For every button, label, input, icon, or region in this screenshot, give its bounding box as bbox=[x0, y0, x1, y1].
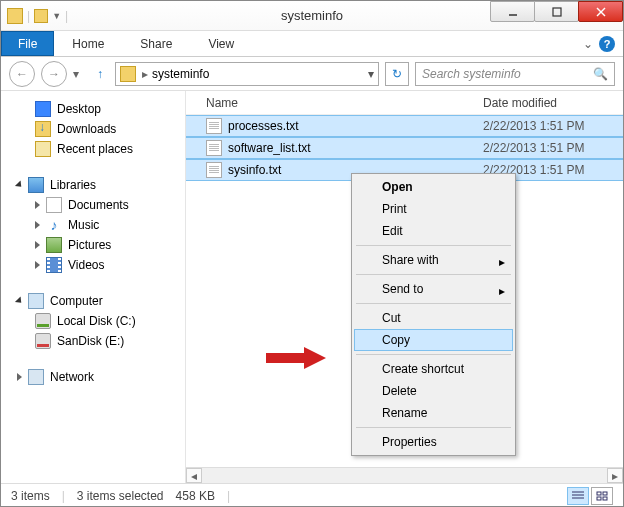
search-icon[interactable]: 🔍 bbox=[593, 67, 608, 81]
status-separator: | bbox=[227, 489, 230, 503]
nav-label: Music bbox=[68, 218, 99, 232]
file-row[interactable]: processes.txt 2/22/2013 1:51 PM bbox=[186, 115, 623, 137]
nav-favorite-desktop[interactable]: Desktop bbox=[1, 99, 185, 119]
tab-share[interactable]: Share bbox=[122, 31, 190, 56]
maximize-button[interactable] bbox=[534, 1, 579, 22]
qat-open-icon[interactable] bbox=[34, 9, 48, 23]
column-name[interactable]: Name bbox=[206, 96, 483, 110]
address-bar[interactable]: ▸ systeminfo ▾ bbox=[115, 62, 379, 86]
ctx-print[interactable]: Print bbox=[354, 198, 513, 220]
expand-icon[interactable] bbox=[35, 241, 40, 249]
annotation-arrow-icon bbox=[266, 347, 326, 372]
svg-rect-11 bbox=[603, 497, 607, 500]
nav-favorite-downloads[interactable]: Downloads bbox=[1, 119, 185, 139]
expand-icon[interactable] bbox=[15, 296, 24, 305]
qat-separator-2: | bbox=[65, 9, 68, 23]
ctx-separator bbox=[356, 274, 511, 275]
back-button[interactable]: ← bbox=[9, 61, 35, 87]
nav-favorite-recent[interactable]: Recent places bbox=[1, 139, 185, 159]
documents-icon bbox=[46, 197, 62, 213]
scroll-right-icon[interactable]: ▸ bbox=[607, 468, 623, 483]
close-button[interactable] bbox=[578, 1, 623, 22]
scroll-track[interactable] bbox=[202, 468, 607, 483]
desktop-icon bbox=[35, 101, 51, 117]
status-bar: 3 items | 3 items selected 458 KB | bbox=[1, 483, 623, 507]
tab-view[interactable]: View bbox=[190, 31, 252, 56]
search-placeholder: Search systeminfo bbox=[422, 67, 521, 81]
ctx-cut[interactable]: Cut bbox=[354, 307, 513, 329]
file-row[interactable]: software_list.txt 2/22/2013 1:51 PM bbox=[186, 137, 623, 159]
expand-icon[interactable] bbox=[17, 373, 22, 381]
nav-label: Pictures bbox=[68, 238, 111, 252]
nav-lib-videos[interactable]: Videos bbox=[1, 255, 185, 275]
icons-view-button[interactable] bbox=[591, 487, 613, 505]
recent-places-icon bbox=[35, 141, 51, 157]
nav-label: SanDisk (E:) bbox=[57, 334, 124, 348]
ribbon-expand-icon[interactable]: ⌄ bbox=[583, 37, 593, 51]
column-date[interactable]: Date modified bbox=[483, 96, 623, 110]
details-view-button[interactable] bbox=[567, 487, 589, 505]
history-dropdown-icon[interactable]: ▾ bbox=[73, 67, 85, 81]
context-menu: Open Print Edit Share with▸ Send to▸ Cut… bbox=[351, 173, 516, 456]
ctx-edit[interactable]: Edit bbox=[354, 220, 513, 242]
videos-icon bbox=[46, 257, 62, 273]
submenu-arrow-icon: ▸ bbox=[499, 284, 505, 298]
horizontal-scrollbar[interactable]: ◂ ▸ bbox=[186, 467, 623, 483]
nav-drive-e[interactable]: SanDisk (E:) bbox=[1, 331, 185, 351]
text-file-icon bbox=[206, 162, 222, 178]
ctx-copy[interactable]: Copy bbox=[354, 329, 513, 351]
nav-label: Libraries bbox=[50, 178, 96, 192]
svg-rect-8 bbox=[597, 492, 601, 495]
nav-label: Local Disk (C:) bbox=[57, 314, 136, 328]
nav-label: Network bbox=[50, 370, 94, 384]
expand-icon[interactable] bbox=[15, 180, 24, 189]
expand-icon[interactable] bbox=[35, 261, 40, 269]
nav-lib-music[interactable]: ♪Music bbox=[1, 215, 185, 235]
ctx-properties[interactable]: Properties bbox=[354, 431, 513, 453]
downloads-icon bbox=[35, 121, 51, 137]
breadcrumb-current[interactable]: systeminfo bbox=[152, 67, 209, 81]
ctx-label: Send to bbox=[382, 282, 423, 296]
forward-button[interactable]: → bbox=[41, 61, 67, 87]
window-title: systeminfo bbox=[281, 8, 343, 23]
tab-home[interactable]: Home bbox=[54, 31, 122, 56]
ctx-send-to[interactable]: Send to▸ bbox=[354, 278, 513, 300]
ctx-delete[interactable]: Delete bbox=[354, 380, 513, 402]
scroll-left-icon[interactable]: ◂ bbox=[186, 468, 202, 483]
nav-label: Downloads bbox=[57, 122, 116, 136]
svg-rect-1 bbox=[553, 8, 561, 16]
file-date: 2/22/2013 1:51 PM bbox=[483, 141, 623, 155]
expand-icon[interactable] bbox=[35, 201, 40, 209]
ctx-separator bbox=[356, 245, 511, 246]
ctx-create-shortcut[interactable]: Create shortcut bbox=[354, 358, 513, 380]
ctx-rename[interactable]: Rename bbox=[354, 402, 513, 424]
up-button[interactable]: ↑ bbox=[91, 65, 109, 83]
help-icon[interactable]: ? bbox=[599, 36, 615, 52]
expand-icon[interactable] bbox=[35, 221, 40, 229]
breadcrumb-sep-icon[interactable]: ▸ bbox=[142, 67, 148, 81]
file-tab[interactable]: File bbox=[1, 31, 54, 56]
text-file-icon bbox=[206, 140, 222, 156]
libraries-icon bbox=[28, 177, 44, 193]
refresh-button[interactable]: ↻ bbox=[385, 62, 409, 86]
nav-libraries[interactable]: Libraries bbox=[1, 175, 185, 195]
status-selected-count: 3 items selected bbox=[77, 489, 164, 503]
ctx-separator bbox=[356, 427, 511, 428]
ctx-open[interactable]: Open bbox=[354, 176, 513, 198]
file-date: 2/22/2013 1:51 PM bbox=[483, 119, 623, 133]
nav-drive-c[interactable]: Local Disk (C:) bbox=[1, 311, 185, 331]
nav-label: Videos bbox=[68, 258, 104, 272]
minimize-button[interactable] bbox=[490, 1, 535, 22]
ctx-share-with[interactable]: Share with▸ bbox=[354, 249, 513, 271]
nav-lib-pictures[interactable]: Pictures bbox=[1, 235, 185, 255]
svg-rect-10 bbox=[597, 497, 601, 500]
qat-dropdown-icon[interactable]: ▼ bbox=[52, 11, 61, 21]
nav-bar: ← → ▾ ↑ ▸ systeminfo ▾ ↻ Search systemin… bbox=[1, 57, 623, 91]
nav-computer[interactable]: Computer bbox=[1, 291, 185, 311]
ctx-separator bbox=[356, 303, 511, 304]
nav-label: Documents bbox=[68, 198, 129, 212]
search-input[interactable]: Search systeminfo 🔍 bbox=[415, 62, 615, 86]
nav-network[interactable]: Network bbox=[1, 367, 185, 387]
nav-lib-documents[interactable]: Documents bbox=[1, 195, 185, 215]
address-dropdown-icon[interactable]: ▾ bbox=[368, 67, 374, 81]
